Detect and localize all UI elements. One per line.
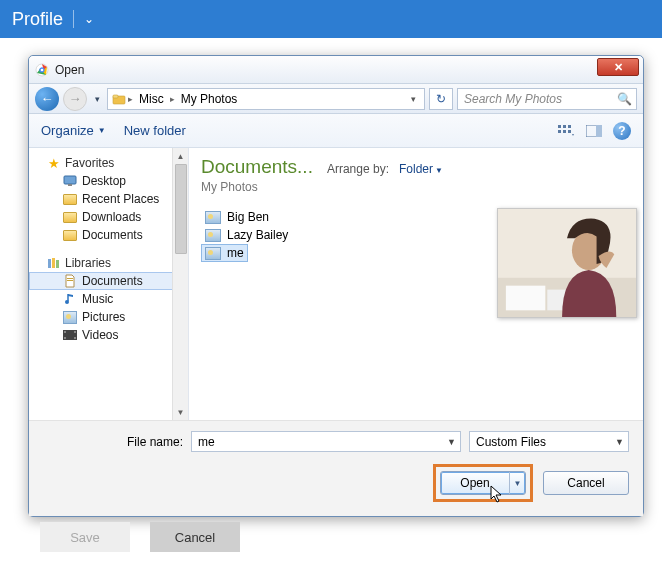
breadcrumb-seg-misc[interactable]: Misc (135, 92, 168, 106)
sidebar-item-downloads[interactable]: Downloads (29, 208, 188, 226)
chrome-icon (35, 63, 49, 77)
profile-bar: Profile ⌄ (0, 0, 662, 38)
file-list[interactable]: Documents... Arrange by: Folder▼ My Phot… (189, 148, 493, 420)
location-label: Documents... (201, 156, 313, 178)
file-item[interactable]: Big Ben (201, 208, 273, 226)
dialog-bottom: File name: me ▼ Custom Files ▼ Open ▼ Ca… (29, 420, 643, 516)
open-button-highlight: Open ▼ (433, 464, 533, 502)
favorites-label: Favorites (65, 156, 114, 170)
videos-icon (63, 328, 77, 342)
open-label: Open (460, 476, 489, 490)
sidebar-item-desktop[interactable]: Desktop (29, 172, 188, 190)
svg-rect-15 (68, 184, 72, 186)
search-icon: 🔍 (617, 92, 632, 106)
file-item-selected[interactable]: me (201, 244, 248, 262)
preview-image (497, 208, 637, 318)
svg-rect-18 (56, 260, 59, 268)
close-icon: ✕ (614, 61, 623, 74)
profile-label[interactable]: Profile (12, 9, 63, 30)
page-save-button: Save (40, 522, 130, 552)
breadcrumb-seg-myphotos[interactable]: My Photos (177, 92, 242, 106)
search-input[interactable]: Search My Photos 🔍 (457, 88, 637, 110)
breadcrumb[interactable]: ▸ Misc ▸ My Photos ▾ (107, 88, 425, 110)
recent-icon (63, 192, 77, 206)
help-button[interactable]: ? (613, 122, 631, 140)
arrange-by-dropdown[interactable]: Folder▼ (399, 162, 443, 176)
organize-menu[interactable]: Organize ▼ (41, 123, 106, 138)
location-sub: My Photos (201, 180, 481, 194)
file-item[interactable]: Lazy Bailey (201, 226, 292, 244)
cancel-button[interactable]: Cancel (543, 471, 629, 495)
sidebar-libraries-header[interactable]: Libraries (29, 254, 188, 272)
sidebar-item-lib-videos[interactable]: Videos (29, 326, 188, 344)
image-file-icon (205, 211, 221, 224)
open-split-dropdown[interactable]: ▼ (509, 472, 525, 494)
new-folder-button[interactable]: New folder (124, 123, 186, 138)
chevron-down-icon[interactable]: ▼ (447, 437, 456, 447)
image-file-icon (205, 229, 221, 242)
breadcrumb-dropdown-icon[interactable]: ▾ (407, 94, 420, 104)
arrow-left-icon: ← (41, 91, 54, 106)
profile-caret-icon[interactable]: ⌄ (84, 12, 94, 26)
svg-rect-24 (64, 337, 66, 339)
filename-input[interactable]: me ▼ (191, 431, 461, 452)
organize-label: Organize (41, 123, 94, 138)
scroll-thumb[interactable] (175, 164, 187, 254)
pictures-icon (63, 310, 77, 324)
cancel-label: Cancel (567, 476, 604, 490)
svg-rect-8 (568, 125, 571, 128)
view-mode-button[interactable] (557, 122, 575, 140)
chevron-right-icon: ▸ (128, 94, 133, 104)
sidebar-item-lib-music[interactable]: Music (29, 290, 188, 308)
svg-rect-26 (74, 337, 76, 339)
document-lib-icon (63, 274, 77, 288)
preview-pane (493, 148, 643, 420)
new-folder-label: New folder (124, 123, 186, 138)
svg-rect-19 (67, 278, 73, 279)
filename-value: me (198, 435, 215, 449)
svg-rect-9 (558, 130, 561, 133)
nav-history-dropdown[interactable]: ▾ (91, 94, 103, 104)
open-button[interactable]: Open ▼ (440, 471, 526, 495)
svg-rect-20 (67, 280, 73, 281)
svg-rect-16 (48, 259, 51, 268)
main-pane: Documents... Arrange by: Folder▼ My Phot… (189, 148, 643, 420)
sidebar-favorites-header[interactable]: ★ Favorites (29, 154, 188, 172)
preview-pane-button[interactable] (585, 122, 603, 140)
svg-rect-25 (74, 331, 76, 333)
nav-back-button[interactable]: ← (35, 87, 59, 111)
arrow-right-icon: → (69, 91, 82, 106)
help-icon: ? (618, 124, 625, 138)
page-buttons: Save Cancel (40, 522, 240, 552)
scroll-up-icon[interactable]: ▲ (173, 148, 188, 164)
navbar: ← → ▾ ▸ Misc ▸ My Photos ▾ ↻ Search My P… (29, 84, 643, 114)
sidebar-item-lib-documents[interactable]: Documents (29, 272, 188, 290)
svg-rect-10 (563, 130, 566, 133)
downloads-icon (63, 210, 77, 224)
sidebar-item-documents[interactable]: Documents (29, 226, 188, 244)
svg-rect-14 (64, 176, 76, 184)
libraries-label: Libraries (65, 256, 111, 270)
chevron-down-icon[interactable]: ▼ (615, 437, 624, 447)
sidebar: ★ Favorites Desktop Recent Places Downlo… (29, 148, 189, 420)
svg-rect-23 (64, 331, 66, 333)
svg-rect-13 (596, 125, 602, 137)
refresh-button[interactable]: ↻ (429, 88, 453, 110)
chevron-right-icon: ▸ (170, 94, 175, 104)
sidebar-scrollbar[interactable]: ▲ ▼ (172, 148, 188, 420)
sidebar-item-lib-pictures[interactable]: Pictures (29, 308, 188, 326)
filetype-dropdown[interactable]: Custom Files ▼ (469, 431, 629, 452)
page-cancel-button[interactable]: Cancel (150, 522, 240, 552)
dialog-title: Open (55, 63, 84, 77)
svg-point-21 (65, 300, 69, 304)
nav-forward-button: → (63, 87, 87, 111)
music-icon (63, 292, 77, 306)
sidebar-item-recent[interactable]: Recent Places (29, 190, 188, 208)
close-button[interactable]: ✕ (597, 58, 639, 76)
image-file-icon (205, 247, 221, 260)
search-placeholder: Search My Photos (464, 92, 562, 106)
svg-rect-29 (506, 286, 545, 311)
scroll-down-icon[interactable]: ▼ (173, 404, 188, 420)
desktop-icon (63, 174, 77, 188)
refresh-icon: ↻ (436, 92, 446, 106)
